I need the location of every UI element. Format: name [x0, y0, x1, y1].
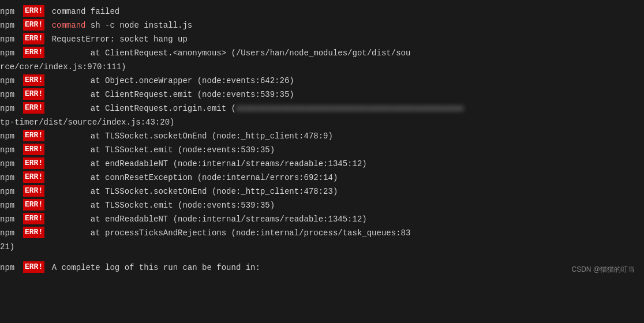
- terminal: npm ERR! command failed npm ERR! command…: [0, 0, 644, 279]
- err-badge: ERR!: [23, 227, 44, 238]
- npm-prefix: npm: [0, 88, 21, 101]
- line-content: at processTicksAndRejections (node:inter…: [47, 227, 644, 239]
- command-highlight: command: [52, 21, 86, 30]
- line-content: RequestError: socket hang up: [47, 33, 644, 46]
- terminal-line: npm ERR! A complete log of this run can …: [0, 261, 644, 275]
- terminal-line: npm ERR! command sh -c node install.js: [0, 18, 644, 32]
- line-content: at ClientRequest.<anonymous> (/Users/han…: [47, 47, 644, 59]
- terminal-line: npm ERR! at ClientRequest.emit (node:eve…: [0, 88, 644, 102]
- npm-prefix: npm: [0, 47, 21, 59]
- blurred-content: xxxxxxxxxxxxxxxxxxxxxxxxxxxxxxxxxxxxxxxx…: [236, 102, 464, 115]
- err-badge: ERR!: [23, 171, 44, 183]
- terminal-line-wrap: 21): [0, 240, 644, 254]
- line-content: command sh -c node install.js: [47, 19, 644, 32]
- line-content: A complete log of this run can be found …: [47, 261, 644, 274]
- line-content: at ClientRequest.origin.emit (xxxxxxxxxx…: [47, 102, 644, 115]
- err-badge: ERR!: [23, 213, 44, 224]
- err-badge: ERR!: [23, 144, 44, 155]
- npm-prefix: npm: [0, 130, 21, 142]
- separator: [0, 254, 644, 261]
- npm-prefix: npm: [0, 227, 21, 239]
- terminal-line-wrap: tp-timer/dist/source/index.js:43:20): [0, 115, 644, 129]
- terminal-line: npm ERR! at ClientRequest.origin.emit (x…: [0, 102, 644, 115]
- line-content: at TLSSocket.socketOnEnd (node:_http_cli…: [47, 185, 644, 198]
- terminal-line: npm ERR! at endReadableNT (node:internal…: [0, 157, 644, 171]
- npm-prefix: npm: [0, 213, 21, 226]
- terminal-line: npm ERR! at TLSSocket.emit (node:events:…: [0, 198, 644, 212]
- npm-prefix: npm: [0, 185, 21, 198]
- terminal-line: npm ERR! at TLSSocket.emit (node:events:…: [0, 143, 644, 157]
- line-content: at connResetException (node:internal/err…: [47, 171, 644, 184]
- npm-prefix: npm: [0, 19, 21, 32]
- line-content: tp-timer/dist/source/index.js:43:20): [0, 116, 644, 129]
- err-badge: ERR!: [23, 74, 44, 86]
- line-content: at Object.onceWrapper (node:events:642:2…: [47, 74, 644, 87]
- terminal-line: npm ERR! at endReadableNT (node:internal…: [0, 212, 644, 226]
- watermark: CSDN @猫猫的叮当: [571, 265, 635, 275]
- npm-prefix: npm: [0, 5, 21, 18]
- err-badge: ERR!: [23, 33, 44, 44]
- line-content: at endReadableNT (node:internal/streams/…: [47, 157, 644, 170]
- terminal-line: npm ERR! at connResetException (node:int…: [0, 171, 644, 185]
- err-badge: ERR!: [23, 102, 44, 114]
- terminal-line: npm ERR! at processTicksAndRejections (n…: [0, 226, 644, 240]
- line-content: command failed: [47, 5, 644, 18]
- err-badge: ERR!: [23, 130, 44, 141]
- terminal-line: npm ERR! at TLSSocket.socketOnEnd (node:…: [0, 129, 644, 143]
- terminal-container: npm ERR! command failed npm ERR! command…: [0, 0, 644, 279]
- npm-prefix: npm: [0, 261, 21, 274]
- terminal-line: npm ERR! at Object.onceWrapper (node:eve…: [0, 74, 644, 88]
- err-badge: ERR!: [23, 199, 44, 211]
- err-badge: ERR!: [23, 5, 44, 17]
- line-content: at TLSSocket.emit (node:events:539:35): [47, 144, 644, 156]
- line-content: rce/core/index.js:970:111): [0, 61, 644, 73]
- line-content: at ClientRequest.emit (node:events:539:3…: [47, 88, 644, 101]
- err-badge: ERR!: [23, 157, 44, 169]
- npm-prefix: npm: [0, 102, 21, 115]
- npm-prefix: npm: [0, 144, 21, 156]
- terminal-line: npm ERR! RequestError: socket hang up: [0, 32, 644, 46]
- npm-prefix: npm: [0, 199, 21, 212]
- line-content: at endReadableNT (node:internal/streams/…: [47, 213, 644, 226]
- npm-prefix: npm: [0, 74, 21, 87]
- err-badge: ERR!: [23, 185, 44, 197]
- npm-prefix: npm: [0, 157, 21, 170]
- npm-prefix: npm: [0, 33, 21, 46]
- line-content: at TLSSocket.emit (node:events:539:35): [47, 199, 644, 212]
- err-badge: ERR!: [23, 88, 44, 100]
- terminal-line-wrap: rce/core/index.js:970:111): [0, 60, 644, 74]
- npm-prefix: npm: [0, 171, 21, 184]
- terminal-line: npm ERR! command failed: [0, 5, 644, 18]
- err-badge: ERR!: [23, 47, 44, 58]
- err-badge: ERR!: [23, 19, 44, 31]
- terminal-line: npm ERR! at ClientRequest.<anonymous> (/…: [0, 46, 644, 60]
- line-content: at TLSSocket.socketOnEnd (node:_http_cli…: [47, 130, 644, 142]
- terminal-line: npm ERR! at TLSSocket.socketOnEnd (node:…: [0, 185, 644, 198]
- err-badge: ERR!: [23, 261, 44, 273]
- line-content: 21): [0, 241, 644, 253]
